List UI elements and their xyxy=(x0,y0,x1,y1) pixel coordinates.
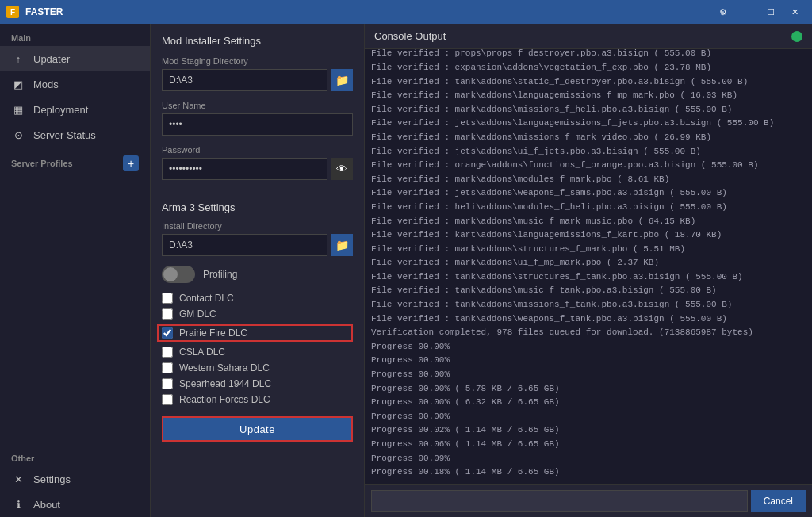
dlc-reaction-force-label: Reaction Forces DLC xyxy=(179,394,270,405)
dlc-western-sahara[interactable]: Western Sahara DLC xyxy=(162,362,353,373)
update-area: Update xyxy=(162,416,353,442)
mods-icon: ◩ xyxy=(11,77,25,91)
console-input[interactable] xyxy=(371,490,748,512)
status-dot xyxy=(791,31,802,42)
staging-dir-label: Mod Staging Directory xyxy=(162,56,353,66)
sidebar-item-label: About xyxy=(33,499,60,511)
sidebar-item-about[interactable]: ℹ About xyxy=(0,492,150,517)
title-bar-left: F FASTER xyxy=(6,6,63,18)
staging-dir-input[interactable] xyxy=(162,69,327,91)
sidebar-item-settings[interactable]: ✕ Settings xyxy=(0,466,150,492)
sidebar-item-label: Deployment xyxy=(33,104,88,116)
install-dir-row: 📁 xyxy=(162,234,353,256)
dlc-spearhead-label: Spearhead 1944 DLC xyxy=(179,378,271,389)
maximize-button[interactable]: ☐ xyxy=(760,3,782,21)
dlc-csla[interactable]: CSLA DLC xyxy=(162,347,353,358)
close-button[interactable]: ✕ xyxy=(783,3,806,21)
username-label: User Name xyxy=(162,101,353,110)
dlc-prairie-fire[interactable]: Prairie Fire DLC xyxy=(157,324,353,342)
password-input[interactable] xyxy=(162,158,327,180)
sidebar-item-updater[interactable]: ↑ Updater xyxy=(0,46,150,71)
dlc-reaction-force[interactable]: Reaction Forces DLC xyxy=(162,394,353,405)
server-status-icon: ⊙ xyxy=(11,128,25,142)
dlc-csla-label: CSLA DLC xyxy=(179,347,225,358)
main-content: Mod Installer Settings Mod Staging Direc… xyxy=(151,24,812,517)
dlc-gm-label: GM DLC xyxy=(179,308,216,320)
other-section-label: Other xyxy=(0,444,150,466)
update-button[interactable]: Update xyxy=(162,416,353,442)
app-body: Main ↑ Updater ◩ Mods ▦ Deployment ⊙ Ser… xyxy=(0,24,812,517)
divider-1 xyxy=(162,190,353,190)
sidebar-item-mods[interactable]: ◩ Mods xyxy=(0,71,150,97)
staging-dir-group: Mod Staging Directory 📁 xyxy=(162,56,353,91)
dlc-contact-checkbox[interactable] xyxy=(162,293,173,304)
console-footer: Cancel xyxy=(365,484,812,517)
settings-button[interactable]: ⚙ xyxy=(712,3,734,21)
dlc-prairie-fire-checkbox[interactable] xyxy=(162,327,173,339)
dlc-western-sahara-label: Western Sahara DLC xyxy=(179,362,270,373)
dlc-csla-checkbox[interactable] xyxy=(162,347,173,358)
password-row: 👁 xyxy=(162,158,353,180)
main-section-label: Main xyxy=(0,24,150,46)
cancel-button[interactable]: Cancel xyxy=(751,490,806,512)
about-icon: ℹ xyxy=(11,497,25,511)
right-panel: Console Output File verified : expansion… xyxy=(365,24,812,517)
profiling-label: Profiling xyxy=(203,269,237,280)
install-dir-group: Install Directory 📁 xyxy=(162,221,353,256)
install-dir-label: Install Directory xyxy=(162,221,353,231)
install-dir-browse-button[interactable]: 📁 xyxy=(331,234,353,256)
staging-dir-row: 📁 xyxy=(162,69,353,91)
username-group: User Name xyxy=(162,101,353,136)
console-output[interactable]: File verified : expansion\addons\ui_f_ol… xyxy=(365,49,812,484)
server-profiles-section: Server Profiles + xyxy=(0,147,150,174)
app-title: FASTER xyxy=(25,6,63,17)
sidebar-item-label: Updater xyxy=(33,53,70,65)
server-profiles-label: Server Profiles xyxy=(11,159,73,168)
deployment-icon: ▦ xyxy=(11,102,25,117)
dlc-gm-checkbox[interactable] xyxy=(162,308,173,320)
sidebar-item-server-status[interactable]: ⊙ Server Status xyxy=(0,122,150,147)
username-input[interactable] xyxy=(162,113,353,136)
console-title: Console Output xyxy=(374,30,446,42)
console-header: Console Output xyxy=(365,24,812,49)
add-server-profile-button[interactable]: + xyxy=(123,155,139,171)
dlc-gm[interactable]: GM DLC xyxy=(162,308,353,320)
title-bar: F FASTER ⚙ — ☐ ✕ xyxy=(0,0,812,24)
staging-dir-browse-button[interactable]: 📁 xyxy=(331,69,353,91)
dlc-prairie-fire-label: Prairie Fire DLC xyxy=(179,327,247,339)
toggle-thumb xyxy=(163,267,178,281)
app-icon: F xyxy=(6,6,19,18)
sidebar-item-label: Settings xyxy=(33,473,71,485)
left-panel: Mod Installer Settings Mod Staging Direc… xyxy=(151,24,365,517)
sidebar-spacer xyxy=(0,174,150,444)
sidebar: Main ↑ Updater ◩ Mods ▦ Deployment ⊙ Ser… xyxy=(0,24,151,517)
arma3-title: Arma 3 Settings xyxy=(162,201,353,213)
minimize-button[interactable]: — xyxy=(736,3,758,21)
updater-icon: ↑ xyxy=(11,52,25,66)
password-group: Password 👁 xyxy=(162,145,353,180)
sidebar-item-deployment[interactable]: ▦ Deployment xyxy=(0,97,150,122)
dlc-spearhead-checkbox[interactable] xyxy=(162,378,173,389)
show-password-button[interactable]: 👁 xyxy=(331,158,353,180)
dlc-spearhead[interactable]: Spearhead 1944 DLC xyxy=(162,378,353,389)
install-dir-input[interactable] xyxy=(162,234,327,256)
password-label: Password xyxy=(162,145,353,155)
username-row xyxy=(162,113,353,136)
mod-installer-title: Mod Installer Settings xyxy=(162,35,353,47)
dlc-contact[interactable]: Contact DLC xyxy=(162,293,353,304)
settings-icon: ✕ xyxy=(11,472,25,486)
sidebar-item-label: Server Status xyxy=(33,129,96,141)
sidebar-item-label: Mods xyxy=(33,79,59,90)
title-bar-controls: ⚙ — ☐ ✕ xyxy=(712,3,806,21)
dlc-western-sahara-checkbox[interactable] xyxy=(162,362,173,373)
profiling-toggle-row: Profiling xyxy=(162,266,353,283)
dlc-reaction-force-checkbox[interactable] xyxy=(162,394,173,405)
profiling-toggle[interactable] xyxy=(162,266,195,283)
dlc-contact-label: Contact DLC xyxy=(179,293,234,304)
